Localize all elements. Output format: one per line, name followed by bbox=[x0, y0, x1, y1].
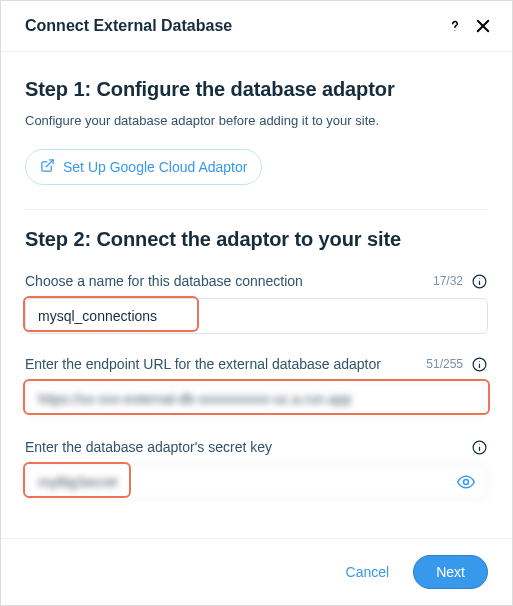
step1-section: Step 1: Configure the database adaptor C… bbox=[25, 60, 488, 185]
help-icon[interactable] bbox=[446, 17, 464, 35]
modal-footer: Cancel Next bbox=[1, 538, 512, 605]
connection-name-input[interactable] bbox=[25, 298, 488, 334]
external-link-icon bbox=[40, 158, 55, 176]
header-actions bbox=[446, 17, 492, 35]
info-icon[interactable] bbox=[471, 273, 488, 290]
step1-description: Configure your database adaptor before a… bbox=[25, 111, 488, 131]
secret-key-input[interactable] bbox=[25, 464, 488, 500]
connection-name-label: Choose a name for this database connecti… bbox=[25, 273, 425, 289]
svg-point-9 bbox=[479, 360, 480, 361]
setup-button-label: Set Up Google Cloud Adaptor bbox=[63, 159, 247, 175]
svg-point-12 bbox=[479, 443, 480, 444]
svg-point-0 bbox=[455, 30, 456, 31]
svg-point-6 bbox=[479, 277, 480, 278]
svg-line-3 bbox=[46, 159, 53, 166]
step2-title: Step 2: Connect the adaptor to your site bbox=[25, 228, 488, 251]
endpoint-url-input[interactable] bbox=[25, 381, 488, 417]
info-icon[interactable] bbox=[471, 439, 488, 456]
connection-name-counter: 17/32 bbox=[433, 274, 463, 288]
connect-external-database-modal: Connect External Database Step 1: Config… bbox=[0, 0, 513, 606]
secret-key-row: Enter the database adaptor's secret key bbox=[25, 439, 488, 500]
svg-point-13 bbox=[464, 479, 469, 484]
step2-section: Step 2: Connect the adaptor to your site… bbox=[25, 210, 488, 500]
close-icon[interactable] bbox=[474, 17, 492, 35]
modal-content: Step 1: Configure the database adaptor C… bbox=[1, 52, 512, 538]
modal-header: Connect External Database bbox=[1, 1, 512, 52]
modal-title: Connect External Database bbox=[25, 17, 446, 35]
next-button[interactable]: Next bbox=[413, 555, 488, 589]
info-icon[interactable] bbox=[471, 356, 488, 373]
endpoint-url-counter: 51/255 bbox=[426, 357, 463, 371]
reveal-secret-icon[interactable] bbox=[452, 468, 480, 496]
endpoint-url-row: Enter the endpoint URL for the external … bbox=[25, 356, 488, 417]
setup-google-cloud-adaptor-button[interactable]: Set Up Google Cloud Adaptor bbox=[25, 149, 262, 185]
endpoint-url-label: Enter the endpoint URL for the external … bbox=[25, 356, 418, 372]
secret-key-label: Enter the database adaptor's secret key bbox=[25, 439, 463, 455]
connection-name-row: Choose a name for this database connecti… bbox=[25, 273, 488, 334]
step1-title: Step 1: Configure the database adaptor bbox=[25, 78, 488, 101]
cancel-button[interactable]: Cancel bbox=[340, 556, 396, 588]
